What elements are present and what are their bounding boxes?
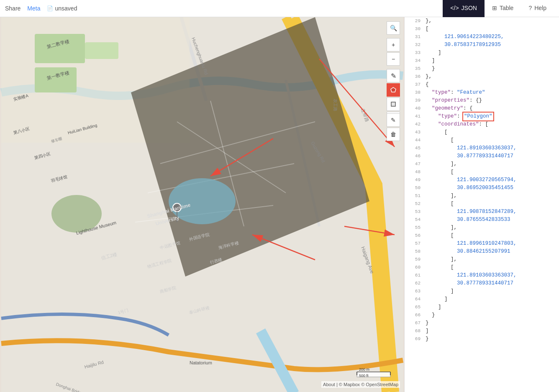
svg-text:农工路: 农工路 [333,99,338,111]
zoom-in-button[interactable]: + [387,38,400,51]
json-line: 63 ] [405,287,559,295]
help-icon: ? [528,5,532,11]
search-button[interactable]: 🔍 [387,21,400,35]
map-container[interactable]: 第二教学楼 第一教学楼 实验楼A 第八小区 修车棚 HuiLian Buildi… [0,17,404,392]
json-line: 52 [ [405,200,559,208]
unsaved-indicator: 📄 unsaved [47,5,77,12]
svg-rect-50 [391,102,395,106]
tab-help[interactable]: ? Help [521,0,554,17]
file-icon: 📄 [47,5,53,11]
json-line: 39 "properties": {} [405,97,559,105]
json-line: 32 30.875837178912935 [405,41,559,49]
map-svg: 第二教学楼 第一教学楼 实验楼A 第八小区 修车棚 HuiLian Buildi… [0,17,404,392]
tab-table[interactable]: ⊞ Table [485,0,521,17]
json-line: 50 30.869520035451455 [405,184,559,192]
draw-line-button[interactable]: ✎ [387,69,400,82]
json-line: 67} [405,319,559,327]
table-icon: ⊞ [492,5,497,11]
edit-toolbar: ✎ 🗑 [387,113,400,141]
json-line: 47 ], [405,160,559,168]
json-line: 48 [ [405,168,559,176]
json-line: 61 121.89103603363037, [405,272,559,279]
svg-rect-4 [85,42,118,59]
zoom-out-button[interactable]: − [387,52,400,66]
json-line: 42 "coordinates": [ [405,120,559,128]
json-line: 38 "type": "Feature" [405,89,559,97]
json-line: 59 ], [405,256,559,264]
map-toolbar: 🔍 + − ✎ 📍 [387,21,400,125]
json-line: 49 121.90032720565794, [405,176,559,184]
svg-rect-3 [35,67,77,92]
svg-rect-2 [35,34,85,63]
json-line: 46 30.877789331440717 [405,152,559,160]
view-tabs: </> JSON ⊞ Table ? Help [443,0,554,17]
json-line: 69} [405,335,559,343]
svg-text:500 ft: 500 ft [359,374,369,378]
json-line: 65 ] [405,303,559,311]
json-line: 54 30.87655542833533 [405,216,559,224]
json-line: 30[ [405,25,559,33]
json-line: 29}, [405,17,559,25]
main-content: 第二教学楼 第一教学楼 实验楼A 第八小区 修车棚 HuiLian Buildi… [0,17,559,392]
svg-text:200 m: 200 m [359,367,369,372]
json-line: 64 ] [405,295,559,303]
svg-text:Natatorium: Natatorium [190,360,212,365]
json-line: 44 [ [405,136,559,144]
delete-geometry-button[interactable]: 🗑 [387,128,400,141]
json-line: 56 [ [405,232,559,240]
json-line: 41 "type": "Polygon" [405,113,559,120]
json-line: 62 30.877789331440717 [405,279,559,287]
json-line: 58 30.88462155207991 [405,248,559,256]
json-line: 68] [405,327,559,335]
json-panel[interactable]: 29},30[31 121.90614223480225,32 30.87583… [404,17,559,392]
json-line: 51 ], [405,192,559,200]
json-line: 43 [ [405,128,559,136]
svg-marker-49 [391,87,396,92]
topbar: Share Meta 📄 unsaved </> JSON ⊞ Table ? … [0,0,559,17]
meta-button[interactable]: Meta [27,5,40,12]
draw-rect-button[interactable] [387,97,400,111]
code-icon: </> [450,5,459,11]
json-line: 66 } [405,311,559,319]
json-line: 57 121.89961910247803, [405,240,559,248]
share-button[interactable]: Share [5,5,21,12]
draw-polygon-button[interactable] [387,83,400,97]
json-line: 37{ [405,81,559,89]
edit-geometry-button[interactable]: ✎ [387,113,400,127]
json-line: 34 ] [405,57,559,65]
tab-json[interactable]: </> JSON [443,0,485,17]
json-line: 60 [ [405,264,559,272]
json-line: 53 121.90878152847289, [405,208,559,216]
json-line: 33 ] [405,49,559,57]
attribution: About | © Mapbox © OpenStreetMap [321,381,400,388]
json-line: 55 ], [405,224,559,232]
json-line: 35 } [405,65,559,73]
json-line: 31 121.90614223480225, [405,33,559,41]
json-line: 36}, [405,73,559,81]
json-line: 45 121.89103603363037, [405,144,559,152]
